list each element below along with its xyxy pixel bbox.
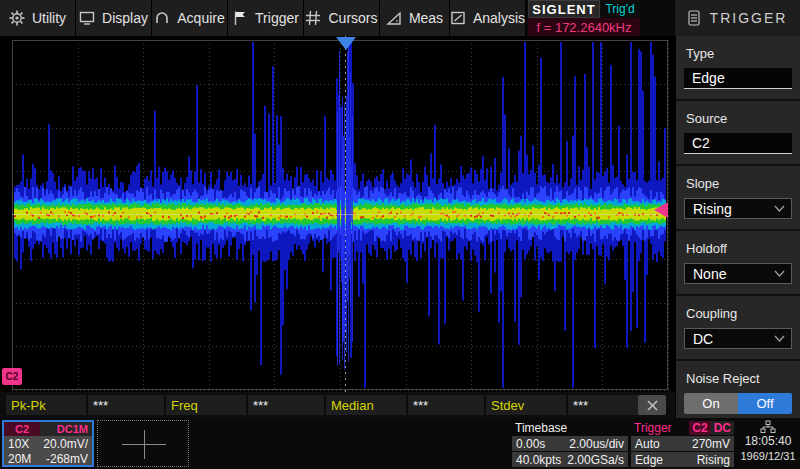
measurement-value: ***	[568, 395, 644, 415]
menu-display-label: Display	[102, 10, 148, 26]
menu-meas-label: Meas	[409, 10, 443, 26]
trigger-coupling-section: Coupling DC	[676, 296, 800, 361]
add-channel-slot[interactable]	[97, 420, 189, 467]
trigger-type: Edge	[635, 453, 663, 467]
menu-cursors[interactable]: Cursors	[304, 0, 380, 36]
menu-acquire-label: Acquire	[177, 10, 224, 26]
holdoff-dropdown[interactable]: None	[684, 263, 792, 284]
waveform-display	[0, 36, 675, 392]
timebase-scale: 2.00us/div	[569, 437, 624, 451]
gear-icon	[9, 10, 25, 26]
channel-probe: 10X	[8, 437, 29, 451]
menu-meas[interactable]: Meas	[380, 0, 450, 36]
frequency-counter: f = 172.2640kHz	[528, 18, 640, 36]
clock-time: 18:05:40	[745, 434, 792, 449]
measurement-value: ***	[408, 395, 484, 415]
measurement-label: Freq	[166, 395, 246, 415]
cursors-icon	[305, 10, 321, 26]
chevron-down-icon	[774, 270, 785, 277]
timebase-label: Timebase	[512, 420, 628, 435]
menu-display[interactable]: Display	[76, 0, 152, 36]
clock-date: 1969/12/31	[740, 449, 795, 463]
list-icon	[688, 10, 700, 26]
trigger-slope-section: Slope Rising	[676, 166, 800, 231]
menu-trigger-label: Trigger	[255, 10, 299, 26]
trigger-source-badge: C2	[689, 421, 710, 435]
measure-icon	[386, 10, 402, 26]
trigger-status-badge: Trig'd	[600, 0, 640, 18]
slope-label: Slope	[686, 176, 792, 191]
trigger-slope: Rising	[697, 453, 730, 467]
holdoff-value: None	[693, 266, 726, 282]
source-label: Source	[686, 111, 792, 126]
datetime-display: 18:05:40 1969/12/31	[737, 420, 799, 467]
timebase-delay: 0.00s	[516, 437, 545, 451]
measurement-bar: Pk-Pk *** Freq *** Median *** Stdev ***	[0, 392, 675, 418]
analysis-icon	[450, 10, 466, 26]
main-menu: Utility Display Acquire Trigger	[0, 0, 526, 36]
trigger-coupling-badge: DC	[711, 421, 734, 435]
top-menu-bar: Utility Display Acquire Trigger	[0, 0, 800, 36]
noise-reject-label: Noise Reject	[686, 371, 792, 386]
channel-offset-marker[interactable]: C2	[2, 368, 22, 385]
channel-offset: -268mV	[46, 452, 88, 466]
menu-analysis[interactable]: Analysis	[450, 0, 526, 36]
trigger-level-marker[interactable]	[654, 202, 668, 218]
slope-value: Rising	[693, 201, 732, 217]
menu-trigger[interactable]: Trigger	[228, 0, 304, 36]
slope-dropdown[interactable]: Rising	[684, 198, 792, 219]
noise-reject-off-button[interactable]: Off	[738, 393, 792, 414]
brand-status-block: SIGLENT Trig'd f = 172.2640kHz	[528, 0, 640, 36]
channel-name: C2	[4, 422, 40, 436]
timebase-descriptor[interactable]: Timebase 0.00s 2.00us/div 40.0kpts 2.00G…	[512, 420, 628, 467]
waveform-area	[0, 36, 675, 392]
trigger-panel-header: TRIGGER	[675, 0, 800, 36]
display-icon	[79, 10, 95, 26]
flag-icon	[232, 10, 248, 26]
trigger-label: Trigger	[631, 421, 689, 435]
trigger-source-section: Source C2	[676, 101, 800, 166]
measurement-value: ***	[248, 395, 324, 415]
noise-reject-section: Noise Reject On Off	[676, 361, 800, 424]
measurement-freq[interactable]: Freq ***	[166, 395, 324, 415]
lan-icon	[760, 420, 776, 434]
measurement-label: Stdev	[486, 395, 566, 415]
plus-icon	[144, 430, 145, 459]
trigger-level: 270mV	[692, 437, 730, 451]
close-measurements-button[interactable]	[638, 395, 666, 415]
siglent-logo: SIGLENT	[528, 0, 600, 18]
holdoff-label: Holdoff	[686, 241, 792, 256]
menu-cursors-label: Cursors	[328, 10, 377, 26]
trigger-panel-title: TRIGGER	[710, 10, 788, 26]
noise-reject-on-button[interactable]: On	[684, 393, 738, 414]
coupling-value: DC	[693, 331, 713, 347]
trigger-position-marker[interactable]	[336, 37, 356, 50]
trigger-mode: Auto	[635, 437, 660, 451]
chevron-down-icon	[774, 335, 785, 342]
channel-bandwidth: 20M	[8, 452, 31, 466]
coupling-dropdown[interactable]: DC	[684, 328, 792, 349]
chevron-down-icon	[774, 205, 785, 212]
timebase-points: 40.0kpts	[516, 453, 561, 467]
menu-utility-label: Utility	[32, 10, 66, 26]
menu-acquire[interactable]: Acquire	[152, 0, 228, 36]
trigger-source-field[interactable]: C2	[684, 133, 792, 154]
measurement-value: ***	[88, 395, 164, 415]
trigger-type-field[interactable]: Edge	[684, 68, 792, 89]
oscilloscope-screen: { "topbar": { "menu": [ { "label": "Util…	[0, 0, 800, 469]
trigger-settings-panel: Type Edge Source C2 Slope Rising Holdoff…	[675, 36, 800, 418]
measurement-stdev[interactable]: Stdev ***	[486, 395, 644, 415]
measurement-median[interactable]: Median ***	[326, 395, 484, 415]
trigger-holdoff-section: Holdoff None	[676, 231, 800, 296]
coupling-label: Coupling	[686, 306, 792, 321]
menu-utility[interactable]: Utility	[0, 0, 76, 36]
channel2-descriptor[interactable]: C2 DC1M 10X 20.0mV/ 20M -268mV	[2, 420, 94, 467]
timebase-rate: 2.00GSa/s	[567, 453, 624, 467]
menu-analysis-label: Analysis	[473, 10, 525, 26]
measurement-pkpk[interactable]: Pk-Pk ***	[6, 395, 164, 415]
measurement-label: Median	[326, 395, 406, 415]
status-bar: C2 DC1M 10X 20.0mV/ 20M -268mV Timebase …	[0, 418, 800, 469]
trigger-descriptor[interactable]: Trigger C2 DC Auto 270mV Edge Rising	[631, 420, 734, 467]
trigger-type-section: Type Edge	[676, 36, 800, 101]
type-label: Type	[686, 46, 792, 61]
